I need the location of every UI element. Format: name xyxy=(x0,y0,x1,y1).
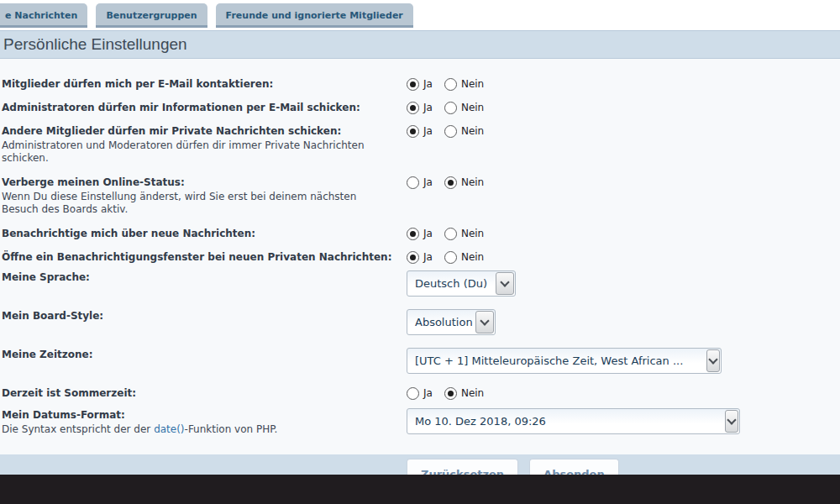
select-value: Mo 10. Dez 2018, 09:26 xyxy=(407,415,724,428)
radio-group-hide-online: JaNein xyxy=(407,176,496,189)
field-label: Meine Zeitzone: xyxy=(2,348,395,361)
label-column: Meine Sprache: xyxy=(2,270,395,284)
tab-private-nachrichten[interactable]: e Nachrichten xyxy=(0,3,87,28)
radio-admin-email-ja[interactable] xyxy=(407,102,419,114)
label-column: Mein Board-Style: xyxy=(2,309,395,323)
form-row-hide-online: Verberge meinen Online-Status:Wenn Du di… xyxy=(2,176,840,216)
field-label: Mitglieder dürfen mich per E-Mail kontak… xyxy=(2,77,395,91)
radio-dst-ja[interactable] xyxy=(407,387,419,400)
radio-allow-pm-nein[interactable] xyxy=(444,125,457,138)
form-row-timezone: Meine Zeitzone:[UTC + 1] Mitteleuropäisc… xyxy=(2,348,840,374)
form-actions: Zurücksetzen Absenden xyxy=(0,454,840,475)
field-column: JaNein xyxy=(407,77,496,91)
field-label: Verberge meinen Online-Status: xyxy=(2,176,395,189)
radio-hide-online-ja[interactable] xyxy=(407,176,419,189)
field-label: Benachrichtige mich über neue Nachrichte… xyxy=(2,227,395,240)
radio-group-contact-email: JaNein xyxy=(407,77,496,91)
field-column: JaNein xyxy=(407,176,496,189)
radio-option-label: Ja xyxy=(423,228,433,239)
select-timezone[interactable]: [UTC + 1] Mitteleuropäische Zeit, West A… xyxy=(407,348,722,374)
tab-freunde[interactable]: Freunde und ignorierte Mitglieder xyxy=(216,3,413,28)
field-column: Absolution xyxy=(407,309,496,335)
field-column: JaNein xyxy=(407,250,496,264)
field-column: [UTC + 1] Mitteleuropäische Zeit, West A… xyxy=(407,348,722,374)
select-language[interactable]: Deutsch (Du) xyxy=(407,270,516,297)
label-column: Benachrichtige mich über neue Nachrichte… xyxy=(2,227,395,240)
radio-option-label: Ja xyxy=(423,125,433,137)
radio-group-allow-pm: JaNein xyxy=(407,124,496,138)
radio-group-popup-pm: JaNein xyxy=(407,250,496,264)
field-column: Mo 10. Dez 2018, 09:26 xyxy=(407,408,740,434)
label-column: Meine Zeitzone: xyxy=(2,348,395,361)
field-label: Derzeit ist Sommerzeit: xyxy=(2,386,395,400)
label-column: Mitglieder dürfen mich per E-Mail kontak… xyxy=(2,77,395,91)
select-value: [UTC + 1] Mitteleuropäische Zeit, West A… xyxy=(407,354,706,367)
form-row-notify-messages: Benachrichtige mich über neue Nachrichte… xyxy=(2,227,840,240)
radio-option-label: Nein xyxy=(461,228,484,239)
form-row-popup-pm: Öffne ein Benachrichtigungsfenster bei n… xyxy=(2,250,840,264)
field-note: Administratoren und Moderatoren dürfen d… xyxy=(2,139,395,165)
page-header: Persönliche Einstellungen xyxy=(0,30,840,59)
label-column: Mein Datums-Format:Die Syntax entspricht… xyxy=(2,408,395,436)
page-title: Persönliche Einstellungen xyxy=(3,35,187,54)
date-function-link[interactable]: date() xyxy=(154,423,184,435)
form-row-admin-email: Administratoren dürfen mir Informationen… xyxy=(2,101,840,114)
field-column: JaNein xyxy=(407,101,496,114)
radio-hide-online-nein[interactable] xyxy=(444,176,457,189)
form-row-date-format: Mein Datums-Format:Die Syntax entspricht… xyxy=(2,408,840,436)
label-column: Administratoren dürfen mir Informationen… xyxy=(2,101,395,114)
field-column: Deutsch (Du) xyxy=(407,270,516,297)
radio-group-dst: JaNein xyxy=(407,386,496,400)
radio-group-notify-messages: JaNein xyxy=(407,227,496,240)
form-row-dst: Derzeit ist Sommerzeit:JaNein xyxy=(2,386,840,400)
radio-contact-email-ja[interactable] xyxy=(407,78,419,91)
radio-admin-email-nein[interactable] xyxy=(444,102,457,114)
label-column: Andere Mitglieder dürfen mir Private Nac… xyxy=(2,124,395,165)
radio-option-label: Nein xyxy=(461,125,484,137)
form-row-allow-pm: Andere Mitglieder dürfen mir Private Nac… xyxy=(2,124,840,165)
radio-notify-messages-ja[interactable] xyxy=(407,228,419,240)
label-column: Derzeit ist Sommerzeit: xyxy=(2,386,395,400)
chevron-down-icon xyxy=(496,272,514,295)
field-note: Die Syntax entspricht der der date()-Fun… xyxy=(2,423,395,436)
field-label: Meine Sprache: xyxy=(2,270,395,284)
label-column: Verberge meinen Online-Status:Wenn Du di… xyxy=(2,176,395,216)
radio-notify-messages-nein[interactable] xyxy=(444,228,457,240)
form-row-language: Meine Sprache:Deutsch (Du) xyxy=(2,270,840,297)
field-column: JaNein xyxy=(407,386,496,400)
radio-option-label: Nein xyxy=(461,102,484,113)
radio-dst-nein[interactable] xyxy=(444,387,457,400)
field-label: Mein Board-Style: xyxy=(2,309,395,323)
select-value: Deutsch (Du) xyxy=(407,277,495,290)
radio-option-label: Ja xyxy=(423,102,433,113)
field-column: JaNein xyxy=(407,124,496,138)
chevron-down-icon xyxy=(706,349,720,372)
radio-option-label: Nein xyxy=(461,78,484,90)
select-board-style[interactable]: Absolution xyxy=(407,309,496,335)
radio-option-label: Ja xyxy=(423,78,433,90)
select-value: Absolution xyxy=(407,316,475,328)
radio-option-label: Nein xyxy=(461,387,484,399)
radio-contact-email-nein[interactable] xyxy=(444,78,457,91)
radio-option-label: Ja xyxy=(423,387,433,399)
tab-benutzergruppen[interactable]: Benutzergruppen xyxy=(96,3,207,28)
radio-option-label: Nein xyxy=(461,251,484,263)
radio-option-label: Ja xyxy=(423,176,433,188)
field-label: Mein Datums-Format: xyxy=(2,408,395,422)
field-label: Andere Mitglieder dürfen mir Private Nac… xyxy=(2,124,395,138)
radio-option-label: Nein xyxy=(461,176,484,188)
radio-group-admin-email: JaNein xyxy=(407,101,496,114)
radio-option-label: Ja xyxy=(423,251,433,263)
field-label: Öffne ein Benachrichtigungsfenster bei n… xyxy=(2,250,395,264)
form-row-board-style: Mein Board-Style:Absolution xyxy=(2,309,840,335)
radio-popup-pm-nein[interactable] xyxy=(444,251,457,264)
label-column: Öffne ein Benachrichtigungsfenster bei n… xyxy=(2,250,395,264)
chevron-down-icon xyxy=(725,410,738,433)
page-footer-bar xyxy=(0,475,840,504)
chevron-down-icon xyxy=(475,311,494,333)
field-label: Administratoren dürfen mir Informationen… xyxy=(2,101,395,114)
radio-popup-pm-ja[interactable] xyxy=(407,251,419,264)
select-date-format[interactable]: Mo 10. Dez 2018, 09:26 xyxy=(407,408,740,434)
radio-allow-pm-ja[interactable] xyxy=(407,125,419,138)
tab-bar: e NachrichtenBenutzergruppenFreunde und … xyxy=(0,0,840,28)
